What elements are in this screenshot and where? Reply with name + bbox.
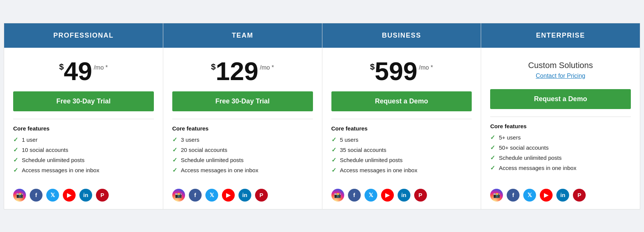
- plan-price-area-enterprise: Custom SolutionsContact for Pricing: [481, 48, 640, 89]
- features-section-enterprise: Core features✓5+ users✓50+ social accoun…: [481, 123, 640, 184]
- linkedin-icon[interactable]: in: [556, 189, 569, 202]
- social-icons-professional: 📸f𝕏▶inP: [4, 184, 163, 209]
- twitter-icon[interactable]: 𝕏: [523, 189, 536, 202]
- social-icons-business: 📸f𝕏▶inP: [322, 184, 481, 209]
- price-row-business: $599/mo *: [370, 58, 433, 84]
- youtube-icon[interactable]: ▶: [540, 189, 553, 202]
- feature-item: ✓Access messages in one inbox: [490, 164, 631, 171]
- instagram-icon[interactable]: 📸: [172, 189, 185, 202]
- instagram-icon[interactable]: 📸: [490, 189, 503, 202]
- feature-label: 5+ users: [499, 134, 521, 141]
- check-icon: ✓: [331, 156, 336, 164]
- price-row-professional: $49/mo *: [59, 58, 108, 84]
- youtube-icon[interactable]: ▶: [222, 189, 235, 202]
- feature-item: ✓35 social accounts: [331, 146, 472, 153]
- price-dollar-sign: $: [59, 62, 64, 72]
- features-title: Core features: [172, 125, 313, 132]
- feature-label: 20 social accounts: [181, 147, 227, 153]
- pinterest-icon[interactable]: P: [573, 189, 586, 202]
- divider: [13, 119, 154, 119]
- features-section-professional: Core features✓1 user✓10 social accounts✓…: [4, 125, 163, 184]
- plan-header-business: BUSINESS: [322, 23, 481, 48]
- plan-price-area-team: $129/mo *: [163, 48, 322, 91]
- plan-header-enterprise: ENTERPRISE: [481, 23, 640, 48]
- feature-label: Schedule unlimited posts: [181, 157, 244, 163]
- feature-label: Access messages in one inbox: [340, 167, 418, 173]
- twitter-icon[interactable]: 𝕏: [365, 189, 377, 202]
- feature-label: 50+ social accounts: [499, 144, 548, 151]
- instagram-icon[interactable]: 📸: [331, 189, 344, 202]
- price-row-team: $129/mo *: [211, 58, 274, 84]
- features-section-team: Core features✓3 users✓20 social accounts…: [163, 125, 322, 184]
- feature-item: ✓10 social accounts: [13, 146, 154, 153]
- cta-button-enterprise[interactable]: Request a Demo: [490, 89, 631, 109]
- youtube-icon[interactable]: ▶: [63, 189, 76, 202]
- features-section-business: Core features✓5 users✓35 social accounts…: [322, 125, 481, 184]
- feature-label: 1 user: [22, 136, 38, 143]
- facebook-icon[interactable]: f: [507, 189, 519, 202]
- feature-item: ✓Access messages in one inbox: [13, 167, 154, 174]
- facebook-icon[interactable]: f: [348, 189, 361, 202]
- linkedin-icon[interactable]: in: [398, 189, 410, 202]
- feature-label: Access messages in one inbox: [499, 165, 576, 171]
- pricing-container: PROFESSIONAL$49/mo *Free 30-Day TrialCor…: [4, 23, 640, 209]
- check-icon: ✓: [490, 134, 495, 141]
- feature-label: Access messages in one inbox: [22, 167, 99, 173]
- feature-label: 10 social accounts: [22, 147, 68, 153]
- linkedin-icon[interactable]: in: [238, 189, 251, 202]
- instagram-icon[interactable]: 📸: [13, 189, 26, 202]
- twitter-icon[interactable]: 𝕏: [205, 189, 218, 202]
- facebook-icon[interactable]: f: [189, 189, 202, 202]
- social-icons-enterprise: 📸f𝕏▶inP: [481, 184, 640, 209]
- check-icon: ✓: [13, 156, 18, 164]
- plan-card-professional: PROFESSIONAL$49/mo *Free 30-Day TrialCor…: [4, 23, 163, 209]
- pinterest-icon[interactable]: P: [96, 189, 109, 202]
- plan-card-business: BUSINESS$599/mo *Request a DemoCore feat…: [322, 23, 481, 209]
- feature-label: 5 users: [340, 136, 358, 143]
- feature-item: ✓1 user: [13, 136, 154, 143]
- check-icon: ✓: [490, 144, 495, 151]
- plan-price-area-business: $599/mo *: [322, 48, 481, 91]
- feature-label: Schedule unlimited posts: [22, 157, 85, 163]
- feature-item: ✓Access messages in one inbox: [331, 167, 472, 174]
- price-suffix: /mo *: [260, 64, 274, 71]
- youtube-icon[interactable]: ▶: [381, 189, 394, 202]
- custom-solutions-text: Custom Solutions: [528, 61, 593, 70]
- feature-item: ✓3 users: [172, 136, 313, 143]
- pinterest-icon[interactable]: P: [255, 189, 268, 202]
- facebook-icon[interactable]: f: [30, 189, 43, 202]
- check-icon: ✓: [490, 164, 495, 171]
- features-title: Core features: [331, 125, 472, 132]
- pinterest-icon[interactable]: P: [414, 189, 427, 202]
- price-dollar-sign: $: [211, 62, 216, 72]
- feature-item: ✓Schedule unlimited posts: [331, 156, 472, 164]
- plan-price-area-professional: $49/mo *: [4, 48, 163, 91]
- check-icon: ✓: [13, 136, 18, 143]
- divider: [172, 119, 313, 119]
- linkedin-icon[interactable]: in: [79, 189, 92, 202]
- feature-label: 35 social accounts: [340, 147, 386, 153]
- check-icon: ✓: [13, 146, 18, 153]
- features-title: Core features: [13, 125, 154, 132]
- feature-item: ✓5+ users: [490, 134, 631, 141]
- feature-label: Schedule unlimited posts: [340, 157, 403, 163]
- price-suffix: /mo *: [94, 64, 108, 71]
- divider: [490, 117, 631, 117]
- plan-header-professional: PROFESSIONAL: [4, 23, 163, 48]
- contact-for-pricing-link[interactable]: Contact for Pricing: [536, 73, 585, 79]
- price-suffix: /mo *: [419, 64, 433, 71]
- cta-button-business[interactable]: Request a Demo: [331, 91, 472, 111]
- price-amount: 129: [216, 58, 258, 84]
- cta-button-professional[interactable]: Free 30-Day Trial: [13, 91, 154, 111]
- cta-button-team[interactable]: Free 30-Day Trial: [172, 91, 313, 111]
- feature-item: ✓5 users: [331, 136, 472, 143]
- check-icon: ✓: [490, 154, 495, 161]
- check-icon: ✓: [172, 136, 177, 143]
- feature-label: Access messages in one inbox: [181, 167, 258, 173]
- price-amount: 49: [64, 58, 93, 84]
- feature-item: ✓20 social accounts: [172, 146, 313, 153]
- twitter-icon[interactable]: 𝕏: [46, 189, 59, 202]
- plan-header-team: TEAM: [163, 23, 322, 48]
- divider: [331, 119, 472, 119]
- check-icon: ✓: [331, 136, 336, 143]
